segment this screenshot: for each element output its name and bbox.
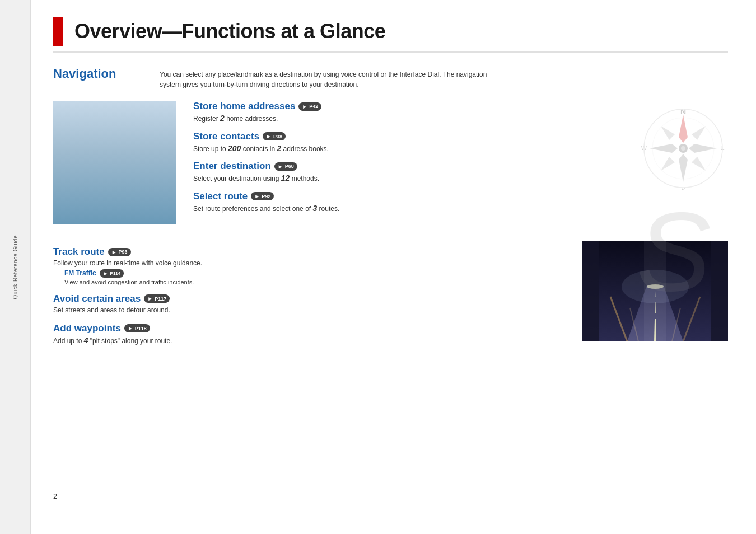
feature-store-home-desc: Register 2 home addresses. (193, 113, 622, 124)
page-wrapper: Quick Reference Guide Overview—Functions… (0, 0, 756, 534)
decorative-s-curve: S (637, 196, 711, 308)
compass-svg: N S E W (641, 106, 725, 190)
feature-store-home: Store home addresses ►P42 Register 2 hom… (193, 101, 622, 124)
svg-marker-33 (661, 157, 675, 171)
svg-rect-52 (582, 241, 599, 341)
features-list: Store home addresses ►P42 Register 2 hom… (193, 101, 622, 214)
page-title-bar: Overview—Functions at a Glance (53, 17, 728, 53)
svg-line-26 (104, 146, 176, 224)
svg-rect-5 (69, 118, 76, 122)
section-title: Navigation (53, 67, 143, 81)
red-accent-block (53, 17, 63, 46)
svg-marker-32 (692, 126, 706, 140)
feature-avoid-areas-desc: Set streets and areas to detour around. (53, 306, 571, 315)
feature-store-home-title: Store home addresses ►P42 (193, 101, 622, 112)
sidebar-label: Quick Reference Guide (12, 235, 18, 299)
feature-enter-dest-desc: Select your destination using 12 methods… (193, 173, 622, 184)
svg-rect-4 (64, 112, 104, 224)
badge-p42: ►P42 (298, 102, 321, 111)
navigation-header-row: Navigation You can select any place/land… (53, 67, 728, 90)
feature-add-waypoints: Add waypoints ►P118 Add up to 4 "pit sto… (53, 323, 571, 346)
badge-p118: ►P118 (124, 324, 150, 332)
badge-p117: ►P117 (144, 294, 170, 303)
svg-rect-7 (89, 118, 96, 122)
badge-p114: ►P114 (100, 269, 124, 278)
svg-rect-53 (711, 241, 728, 341)
badge-p93: ►P93 (108, 248, 131, 256)
svg-rect-0 (53, 101, 176, 224)
feature-track-route: Track route ►P93 Follow your route in re… (53, 246, 571, 285)
svg-rect-12 (79, 135, 86, 140)
lower-features: Track route ►P93 Follow your route in re… (53, 241, 571, 346)
svg-rect-8 (69, 127, 76, 131)
svg-rect-10 (89, 127, 96, 131)
svg-rect-9 (79, 127, 86, 131)
feature-store-contacts-title: Store contacts ►P38 (193, 131, 622, 142)
svg-marker-34 (692, 157, 706, 171)
lower-content: Track route ►P93 Follow your route in re… (53, 241, 728, 346)
feature-avoid-areas: Avoid certain areas ►P117 Set streets an… (53, 293, 571, 315)
svg-rect-18 (114, 134, 122, 140)
svg-marker-31 (661, 126, 675, 140)
svg-point-36 (681, 146, 685, 151)
svg-rect-2 (53, 101, 176, 224)
feature-enter-dest: Enter destination ►P68 Select your desti… (193, 161, 622, 184)
page-title: Overview—Functions at a Glance (74, 20, 385, 43)
feature-add-waypoints-title: Add waypoints ►P118 (53, 323, 571, 334)
feature-add-waypoints-desc: Add up to 4 "pit stops" along your route… (53, 335, 571, 346)
svg-marker-28 (679, 154, 688, 182)
svg-rect-11 (69, 135, 76, 140)
svg-rect-1 (53, 134, 176, 224)
svg-rect-24 (137, 146, 176, 224)
svg-text:N: N (680, 107, 686, 116)
sub-feature-fm-traffic: FM Traffic ►P114 View and avoid congesti… (64, 269, 571, 285)
svg-marker-30 (689, 144, 717, 153)
svg-rect-19 (126, 134, 134, 140)
svg-rect-3 (64, 112, 104, 224)
svg-rect-13 (89, 135, 96, 140)
sub-feature-fm-traffic-title: FM Traffic ►P114 (64, 269, 571, 278)
main-content: Overview—Functions at a Glance Navigatio… (31, 0, 756, 534)
nav-description: You can select any place/landmark as a d… (160, 67, 496, 90)
svg-rect-16 (89, 144, 96, 149)
feature-store-contacts: Store contacts ►P38 Store up to 200 cont… (193, 131, 622, 154)
svg-rect-15 (79, 144, 86, 149)
feature-track-route-title: Track route ►P93 (53, 246, 571, 257)
building-image (53, 101, 176, 224)
sidebar: Quick Reference Guide (0, 0, 31, 534)
feature-track-route-desc: Follow your route in real-time with voic… (53, 259, 571, 268)
svg-rect-22 (126, 144, 134, 150)
page-number: 2 (53, 492, 57, 500)
badge-p68: ►P68 (274, 162, 297, 171)
svg-rect-21 (114, 144, 122, 150)
upper-content: Store home addresses ►P42 Register 2 hom… (53, 101, 728, 224)
badge-p38: ►P38 (263, 132, 286, 140)
feature-select-route-title: Select route ►P92 (193, 191, 622, 202)
svg-rect-17 (109, 129, 154, 224)
svg-rect-14 (69, 144, 76, 149)
svg-line-25 (64, 146, 137, 224)
svg-rect-20 (138, 134, 146, 140)
feature-store-contacts-desc: Store up to 200 contacts in 2 address bo… (193, 143, 622, 154)
sub-feature-fm-traffic-desc: View and avoid congestion and traffic in… (64, 279, 571, 285)
badge-p92: ►P92 (251, 192, 274, 200)
svg-rect-23 (138, 144, 146, 150)
feature-enter-dest-title: Enter destination ►P68 (193, 161, 622, 172)
compass-area: N S E W (638, 101, 728, 190)
svg-marker-45 (654, 319, 656, 341)
feature-avoid-areas-title: Avoid certain areas ►P117 (53, 293, 571, 305)
feature-select-route: Select route ►P92 Set route preferences … (193, 191, 622, 214)
svg-marker-29 (650, 144, 678, 153)
svg-rect-6 (79, 118, 86, 122)
svg-marker-27 (679, 115, 688, 143)
feature-select-route-desc: Set route preferences and select one of … (193, 203, 622, 214)
page-footer: 2 (53, 492, 57, 500)
